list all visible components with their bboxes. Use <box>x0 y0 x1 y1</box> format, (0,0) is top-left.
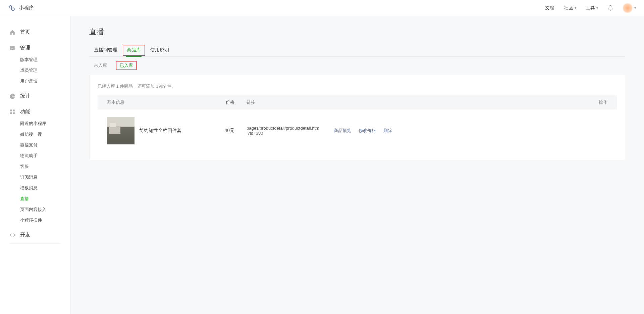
avatar <box>623 3 632 13</box>
topnav-docs[interactable]: 文档 <box>545 5 554 11</box>
card-hint: 已经入库 1 件商品，还可添加 1999 件。 <box>98 83 617 89</box>
row-actions: 商品预览 修改价格 删除 <box>322 128 392 134</box>
sidebar: 首页 管理 版本管理 成员管理 用户反馈 统计 功能 附近的小程序 微信搜一搜 <box>0 16 70 314</box>
topbar-right: 文档 社区▾ 工具▾ ▾ <box>545 3 636 13</box>
tab-room-manage[interactable]: 直播间管理 <box>89 44 122 56</box>
th-info: 基本信息 <box>107 99 211 105</box>
action-preview[interactable]: 商品预览 <box>334 128 351 133</box>
home-icon <box>9 29 15 35</box>
chevron-down-icon: ▾ <box>634 6 636 10</box>
page-title: 直播 <box>89 27 625 37</box>
sidebar-sub-subscribe[interactable]: 订阅消息 <box>0 172 70 183</box>
divider <box>9 243 61 244</box>
table-header: 基本信息 价格 链接 操作 <box>98 95 617 109</box>
tab-instructions[interactable]: 使用说明 <box>146 44 174 56</box>
pie-icon <box>9 93 15 99</box>
sidebar-sub-version[interactable]: 版本管理 <box>0 54 70 65</box>
sidebar-sub-search[interactable]: 微信搜一搜 <box>0 129 70 140</box>
product-thumbnail <box>107 117 135 144</box>
sidebar-sub-pay[interactable]: 微信支付 <box>0 140 70 150</box>
sidebar-item-develop[interactable]: 开发 <box>0 228 70 241</box>
topbar-brand: 小程序 <box>8 4 34 12</box>
svg-rect-3 <box>13 112 15 114</box>
user-menu[interactable]: ▾ <box>623 3 636 13</box>
svg-rect-0 <box>10 109 12 111</box>
svg-rect-2 <box>10 112 12 114</box>
sidebar-item-stats[interactable]: 统计 <box>0 89 70 102</box>
svg-rect-1 <box>13 109 15 111</box>
topnav-tools[interactable]: 工具▾ <box>586 5 598 11</box>
sidebar-sub-service[interactable]: 客服 <box>0 161 70 172</box>
subtab-not-stored[interactable]: 未入库 <box>91 61 110 70</box>
action-edit-price[interactable]: 修改价格 <box>359 128 376 133</box>
th-price: 价格 <box>211 99 234 105</box>
chevron-down-icon: ▾ <box>596 6 598 10</box>
product-table: 基本信息 价格 链接 操作 简约知性全棉四件套 40元 pages/produc… <box>98 95 617 152</box>
tabs: 直播间管理 商品库 使用说明 <box>89 44 625 57</box>
sidebar-item-manage[interactable]: 管理 <box>0 41 70 54</box>
product-name: 简约知性全棉四件套 <box>139 128 181 134</box>
chevron-down-icon: ▾ <box>575 6 576 10</box>
sidebar-sub-logistics[interactable]: 物流助手 <box>0 150 70 161</box>
tab-product-library[interactable]: 商品库 <box>122 44 146 56</box>
sidebar-sub-live[interactable]: 直播 <box>0 193 70 204</box>
subtab-stored[interactable]: 已入库 <box>116 61 136 70</box>
th-actions: 操作 <box>537 99 607 105</box>
product-price: 40元 <box>211 128 234 134</box>
sidebar-item-features[interactable]: 功能 <box>0 105 70 118</box>
sidebar-sub-nearby[interactable]: 附近的小程序 <box>0 118 70 129</box>
table-row: 简约知性全棉四件套 40元 pages/productdetail/produc… <box>98 109 617 152</box>
bell-icon[interactable] <box>607 5 613 11</box>
inbox-icon <box>9 45 15 51</box>
miniprogram-logo-icon <box>8 4 15 12</box>
app-name: 小程序 <box>19 5 34 11</box>
topnav-community[interactable]: 社区▾ <box>564 5 576 11</box>
main-content: 直播 直播间管理 商品库 使用说明 未入库 已入库 已经入库 1 件商品，还可添… <box>70 16 644 314</box>
subtabs: 未入库 已入库 <box>89 61 625 75</box>
topbar: 小程序 文档 社区▾ 工具▾ ▾ <box>0 0 644 16</box>
code-icon <box>9 232 15 238</box>
sidebar-sub-members[interactable]: 成员管理 <box>0 65 70 76</box>
th-link: 链接 <box>234 99 537 105</box>
sidebar-item-home[interactable]: 首页 <box>0 26 70 39</box>
sidebar-sub-pagecontent[interactable]: 页面内容接入 <box>0 204 70 215</box>
sidebar-sub-template[interactable]: 模板消息 <box>0 183 70 193</box>
sidebar-sub-feedback[interactable]: 用户反馈 <box>0 76 70 87</box>
product-link: pages/productdetail/productdetail.html?i… <box>234 126 322 136</box>
action-delete[interactable]: 删除 <box>383 128 392 133</box>
grid-icon <box>9 109 15 115</box>
product-card: 已经入库 1 件商品，还可添加 1999 件。 基本信息 价格 链接 操作 简约… <box>89 75 625 160</box>
sidebar-sub-plugin[interactable]: 小程序插件 <box>0 215 70 226</box>
